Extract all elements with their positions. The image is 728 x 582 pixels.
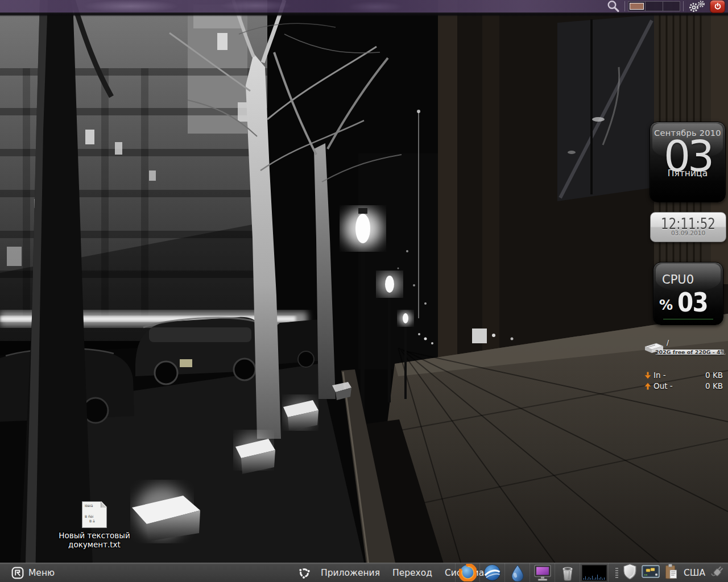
disk-usage-text: 202G free of 220G - 4%	[655, 349, 726, 355]
sysmon-bar	[604, 577, 605, 580]
net-out-value: 0 KB	[705, 381, 723, 390]
sysmon-bar	[602, 579, 603, 580]
wallpaper	[0, 0, 728, 582]
tray-drag-handle[interactable]	[615, 568, 618, 578]
page-fold	[101, 502, 106, 508]
disk-mount-label: /	[667, 339, 669, 347]
file-preview-line: B ñòi	[85, 514, 93, 518]
power-button[interactable]	[710, 0, 725, 13]
clock-widget[interactable]: 12:11:52 03.09.2010	[650, 212, 726, 242]
panel-separator	[624, 1, 625, 11]
sysmon-bar	[585, 576, 586, 580]
download-arrow-icon	[644, 372, 651, 379]
search-button[interactable]	[603, 0, 623, 13]
system-monitor-applet[interactable]	[580, 563, 609, 582]
system-monitor-graph	[582, 565, 607, 581]
sysmon-bar	[601, 577, 602, 580]
panel-separator	[683, 1, 684, 11]
workspace-switcher[interactable]	[628, 1, 680, 11]
google-earth-icon	[483, 564, 501, 581]
workspace-3[interactable]	[663, 2, 680, 11]
tray-clipboard[interactable]	[664, 563, 679, 582]
workspace-1[interactable]	[628, 2, 646, 11]
net-in-label: In -	[653, 371, 666, 380]
tray-network-plug[interactable]	[710, 564, 726, 581]
calendar-widget[interactable]: Сентябрь 2010 03 Пятница	[650, 122, 726, 202]
top-panel-shadow	[0, 13, 728, 16]
sysmon-bar	[590, 578, 592, 580]
tray-workspace-preview[interactable]	[642, 564, 660, 581]
cpu-widget[interactable]: CPU0 % 03	[653, 262, 723, 325]
workspace-2[interactable]	[646, 2, 663, 11]
launcher-deluge[interactable]	[505, 563, 530, 582]
firefox-icon	[459, 564, 477, 581]
main-menu-button[interactable]: Меню	[6, 563, 60, 582]
net-in-value: 0 KB	[705, 371, 723, 380]
desktop-file-icon[interactable]: Iôèiâ B ñòi B â Новый текстовый документ…	[49, 501, 140, 549]
sysmon-bar	[584, 578, 585, 580]
text-file-icon: Iôèiâ B ñòi B â	[82, 501, 107, 528]
sysmon-bar	[587, 579, 588, 580]
file-name-label: Новый текстовый документ.txt	[49, 531, 140, 549]
rosa-menu-icon	[11, 567, 24, 579]
menu-button-label: Меню	[28, 568, 55, 578]
cpu-label: CPU0	[662, 273, 694, 286]
sysmon-bar	[597, 575, 598, 580]
utilities-button[interactable]	[685, 0, 708, 13]
shield-icon	[622, 563, 638, 580]
sysmon-bar	[592, 576, 593, 580]
plug-icon	[710, 564, 726, 579]
cpu-graph-line	[663, 319, 713, 320]
ubuntu-logo-icon	[298, 567, 311, 579]
monitor-icon	[533, 564, 552, 581]
desktop-preview-icon	[642, 564, 660, 579]
file-preview-line: B â	[89, 519, 95, 523]
search-icon	[606, 0, 621, 13]
net-out-label: Out -	[653, 381, 673, 390]
upload-arrow-icon	[644, 383, 651, 390]
launcher-display[interactable]	[530, 563, 555, 582]
menu-applications[interactable]: Приложения	[315, 563, 386, 582]
power-icon	[713, 1, 723, 11]
tray-shield[interactable]	[622, 563, 638, 582]
bottom-panel: Меню Приложения Переход Система	[0, 563, 728, 582]
desktop-root: Сентябрь 2010 03 Пятница 12:11:52 03.09.…	[0, 0, 728, 582]
launcher-firefox[interactable]	[455, 563, 480, 582]
workspace-active-window	[630, 3, 644, 10]
clock-time: 12:11:52	[657, 215, 719, 232]
sysmon-bar	[599, 578, 600, 580]
clipboard-icon	[664, 563, 679, 580]
keyboard-layout-indicator[interactable]: США	[682, 568, 706, 578]
sysmon-bar	[589, 577, 590, 580]
gears-icon	[686, 0, 707, 13]
cpu-value: 03	[677, 290, 708, 315]
sysmon-bar	[594, 579, 595, 580]
menu-places[interactable]: Переход	[386, 563, 439, 582]
launcher-trash[interactable]	[555, 563, 580, 582]
cpu-unit: %	[659, 297, 673, 313]
network-widget[interactable]: In - 0 KB Out - 0 KB	[644, 371, 724, 394]
trash-icon	[559, 564, 576, 581]
water-drop-icon	[509, 564, 526, 581]
launcher-google-earth[interactable]	[480, 563, 505, 582]
disk-usage-bar: 202G free of 220G - 4%	[657, 350, 724, 355]
sysmon-bar	[595, 577, 597, 580]
calendar-weekday: Пятница	[650, 168, 725, 178]
disk-widget[interactable]: / 202G free of 220G - 4%	[642, 336, 726, 359]
file-preview-line: Iôèiâ	[85, 504, 93, 508]
top-panel	[0, 0, 728, 13]
